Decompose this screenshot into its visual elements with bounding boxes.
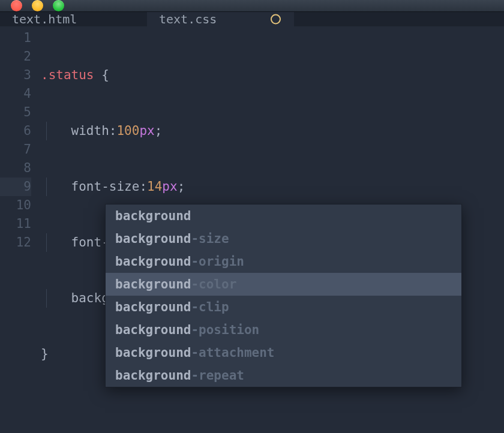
- minimize-window-button[interactable]: [32, 0, 43, 11]
- line-number: 11: [0, 215, 31, 233]
- match-text: background: [115, 231, 191, 246]
- line-number: 7: [0, 140, 31, 159]
- match-text: background: [115, 368, 191, 383]
- code-line: font-size:14px;: [41, 178, 504, 196]
- colon: :: [109, 124, 117, 138]
- line-number: 3: [0, 66, 31, 85]
- line-gutter: 1 2 3 4 5 6 7 8 9 10 11 12: [0, 29, 41, 433]
- property: width: [71, 124, 109, 138]
- match-text: background: [115, 345, 191, 360]
- modified-indicator-icon: [271, 14, 281, 25]
- autocomplete-item[interactable]: background-origin: [106, 250, 461, 273]
- rest-text: -clip: [191, 300, 229, 314]
- match-text: background: [115, 300, 191, 314]
- selector: .status: [41, 68, 94, 82]
- rest-text: -origin: [191, 254, 244, 269]
- autocomplete-item-selected[interactable]: background-color: [106, 273, 461, 296]
- number: 14: [147, 179, 162, 194]
- autocomplete-item[interactable]: background-size: [106, 227, 461, 250]
- brace: {: [94, 68, 109, 82]
- editor-window: text.html text.css 1 2 3 4 5 6 7 8 9 10 …: [0, 0, 504, 433]
- rest-text: -repeat: [191, 368, 244, 383]
- tab-bar: text.html text.css: [0, 12, 504, 26]
- code-line: width:100px;: [41, 122, 504, 140]
- brace: }: [41, 347, 49, 361]
- code-line: [41, 401, 504, 419]
- line-number: 2: [0, 47, 31, 66]
- unit: px: [139, 124, 154, 138]
- unit: px: [162, 179, 177, 194]
- tab-text-css[interactable]: text.css: [147, 12, 294, 26]
- line-number: 1: [0, 29, 31, 47]
- semicolon: ;: [155, 124, 163, 138]
- autocomplete-item[interactable]: background-repeat: [106, 364, 461, 387]
- colon: :: [139, 179, 147, 194]
- indent-guide: [46, 122, 47, 140]
- autocomplete-item[interactable]: background-position: [106, 318, 461, 341]
- autocomplete-item[interactable]: background-attachment: [106, 341, 461, 364]
- line-number: 10: [0, 196, 31, 215]
- indent-guide: [46, 233, 47, 252]
- zoom-window-button[interactable]: [53, 0, 64, 11]
- autocomplete-item[interactable]: background-clip: [106, 296, 461, 318]
- code-editor[interactable]: 1 2 3 4 5 6 7 8 9 10 11 12 .status { wid…: [0, 26, 504, 433]
- match-text: background: [115, 323, 191, 337]
- number: 100: [116, 124, 139, 138]
- tab-label: text.css: [159, 12, 217, 26]
- semicolon: ;: [178, 179, 185, 194]
- line-number: 12: [0, 233, 31, 252]
- titlebar: [0, 0, 504, 12]
- rest-text: -size: [191, 231, 229, 246]
- indent-guide: [46, 178, 47, 196]
- tab-label: text.html: [12, 12, 77, 26]
- property: font-size: [71, 179, 140, 194]
- rest-text: -color: [191, 277, 236, 291]
- close-window-button[interactable]: [11, 0, 22, 11]
- rest-text: -position: [191, 323, 259, 337]
- code-line: .status {: [41, 66, 504, 85]
- line-number: 5: [0, 103, 31, 122]
- line-number: 4: [0, 85, 31, 103]
- match-text: background: [115, 254, 191, 269]
- line-number: 8: [0, 159, 31, 178]
- line-number: 9: [0, 178, 31, 196]
- rest-text: -attachment: [191, 345, 274, 360]
- tab-text-html[interactable]: text.html: [0, 12, 147, 26]
- indent-guide: [46, 289, 47, 308]
- autocomplete-popup: background background-size background-or…: [105, 204, 462, 387]
- autocomplete-item[interactable]: background: [106, 205, 461, 227]
- match-text: background: [115, 209, 191, 223]
- line-number: 6: [0, 122, 31, 140]
- match-text: background: [115, 277, 191, 291]
